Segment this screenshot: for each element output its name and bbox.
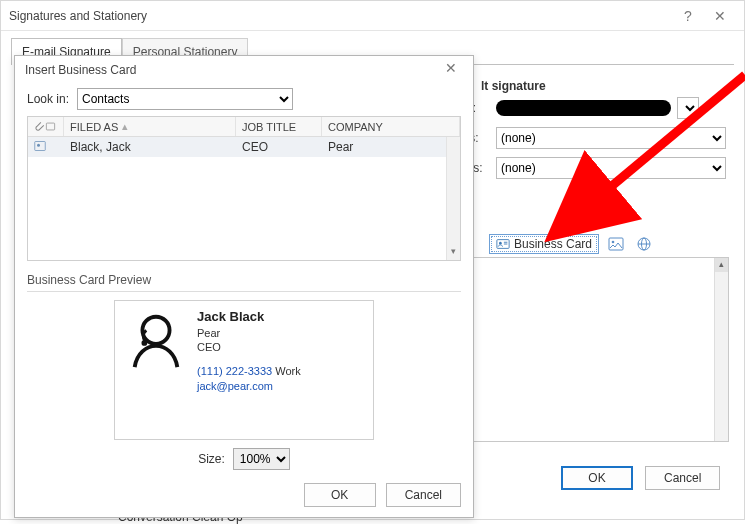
replies-forwards-dropdown[interactable]: (none) (496, 157, 726, 179)
insert-business-card-dialog: Insert Business Card ✕ Look in: Contacts… (14, 55, 474, 518)
table-row[interactable]: Black, Jack CEO Pear (28, 137, 460, 157)
preview-label: Business Card Preview (27, 273, 461, 287)
child-titlebar: Insert Business Card ✕ (15, 56, 473, 84)
svg-point-12 (37, 143, 40, 146)
look-in-dropdown[interactable]: Contacts (77, 88, 293, 110)
account-value-redacted (496, 100, 671, 116)
card-icon (45, 121, 56, 132)
svg-point-13 (142, 317, 169, 344)
card-phone: (111) 222-3333 Work (197, 364, 301, 378)
account-dropdown[interactable] (677, 97, 699, 119)
business-card-button[interactable]: Business Card (489, 234, 599, 254)
look-in-label: Look in: (27, 92, 69, 106)
card-title: CEO (197, 340, 301, 354)
col-job-title[interactable]: JOB TITLE (236, 117, 322, 136)
grid-scrollbar[interactable]: ▾ (446, 137, 460, 260)
cancel-button[interactable]: Cancel (645, 466, 720, 490)
business-card-icon (496, 237, 510, 251)
insert-hyperlink-icon[interactable] (633, 233, 655, 255)
ok-button[interactable]: OK (561, 466, 633, 490)
avatar-icon (125, 309, 187, 371)
card-company: Pear (197, 326, 301, 340)
attachment-icon (34, 121, 45, 132)
close-icon[interactable]: ✕ (439, 60, 463, 80)
svg-point-5 (612, 241, 615, 244)
editor-scrollbar[interactable]: ▴ (714, 258, 728, 441)
grid-header[interactable]: FILED AS ▴ JOB TITLE COMPANY (28, 117, 460, 137)
col-icons[interactable] (28, 117, 64, 136)
card-email-link[interactable]: jack@pear.com (197, 380, 273, 392)
contact-icon (34, 140, 46, 152)
sort-asc-icon: ▴ (122, 120, 128, 133)
signature-editor[interactable]: ▴ (456, 257, 729, 442)
insert-picture-icon[interactable] (605, 233, 627, 255)
col-filed-as[interactable]: FILED AS ▴ (64, 117, 236, 136)
col-company[interactable]: COMPANY (322, 117, 460, 136)
default-signature-panel: unt: ges: (none) ards: (none) (456, 97, 726, 187)
ok-button[interactable]: OK (304, 483, 376, 507)
cancel-button[interactable]: Cancel (386, 483, 461, 507)
close-icon[interactable]: ✕ (704, 5, 736, 27)
card-phone-link[interactable]: (111) 222-3333 (197, 365, 272, 377)
svg-rect-4 (609, 238, 623, 250)
new-messages-dropdown[interactable]: (none) (496, 127, 726, 149)
dialog-title: Signatures and Stationery (9, 9, 147, 23)
size-dropdown[interactable]: 100% (233, 448, 290, 470)
scroll-up-icon[interactable]: ▴ (715, 258, 728, 272)
contacts-grid[interactable]: FILED AS ▴ JOB TITLE COMPANY Black, Jack… (27, 116, 461, 261)
size-label: Size: (198, 452, 225, 466)
default-signature-heading: lt signature (481, 79, 546, 93)
svg-point-1 (499, 242, 502, 245)
titlebar: Signatures and Stationery ? ✕ (1, 1, 744, 31)
editor-toolbar: Business Card (489, 233, 655, 255)
svg-point-14 (141, 340, 147, 346)
help-icon[interactable]: ? (672, 5, 704, 27)
child-dialog-title: Insert Business Card (25, 63, 136, 77)
svg-rect-10 (46, 123, 54, 130)
svg-rect-11 (35, 141, 46, 150)
scroll-down-icon[interactable]: ▾ (447, 246, 460, 260)
business-card-preview: Jack Black Pear CEO (111) 222-3333 Work … (114, 300, 374, 440)
card-name: Jack Black (197, 309, 301, 326)
